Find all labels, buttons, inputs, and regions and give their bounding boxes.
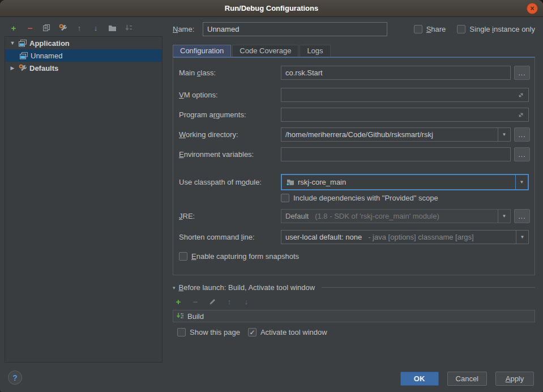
help-icon: ? xyxy=(12,373,18,382)
move-up-icon: ↑ xyxy=(228,298,232,305)
shorten-command-line-row: Shorten command line: user-local default… xyxy=(179,230,529,244)
vm-options-field[interactable] xyxy=(281,88,529,102)
checkbox-box[interactable] xyxy=(414,25,422,33)
before-launch-label: Before launch: Build, Activate tool wind… xyxy=(179,283,315,292)
cancel-button[interactable]: Cancel xyxy=(447,372,487,386)
working-directory-label: Working directory: xyxy=(179,130,281,139)
move-task-up-button[interactable]: ↑ xyxy=(225,297,234,306)
environment-variables-label: Environment variables: xyxy=(179,150,281,159)
configurations-sidebar: + − ↑ ↓ xyxy=(5,20,163,363)
configuration-editor: Name: Share Single instance only Configu… xyxy=(173,22,535,336)
working-directory-browse-button[interactable]: ... xyxy=(514,127,530,142)
apply-button[interactable]: Apply xyxy=(495,372,534,386)
checkbox-box[interactable] xyxy=(281,194,289,202)
enable-capturing-label: Enable capturing form snapshots xyxy=(191,252,299,261)
single-instance-label: Single instance only xyxy=(469,25,535,33)
copy-configuration-button[interactable] xyxy=(42,23,51,32)
dropdown-arrow-icon[interactable]: ▼ xyxy=(515,175,528,189)
application-icon xyxy=(20,52,28,59)
close-icon: × xyxy=(530,5,534,12)
browse-icon: ... xyxy=(518,69,525,77)
classpath-module-label: Use classpath of module: xyxy=(179,178,281,186)
expand-field-icon[interactable] xyxy=(518,92,524,99)
move-down-icon: ↓ xyxy=(245,298,249,305)
remove-icon: − xyxy=(28,24,33,32)
jre-browse-button[interactable]: ... xyxy=(514,209,530,223)
expand-field-icon[interactable] xyxy=(518,112,524,118)
add-icon: + xyxy=(176,297,181,306)
name-label: Name: xyxy=(173,25,203,33)
program-arguments-row: Program arguments: xyxy=(179,108,529,122)
before-launch-checkboxes: Show this page ✓ Activate tool window xyxy=(173,328,535,336)
titlebar: Run/Debug Configurations × xyxy=(0,0,543,17)
tree-item-defaults[interactable]: ▶ Defaults xyxy=(5,62,162,74)
add-task-button[interactable]: + xyxy=(174,297,183,306)
classpath-module-combo[interactable]: rskj-core_main ▼ xyxy=(281,174,529,190)
help-button[interactable]: ? xyxy=(8,370,22,385)
folder-icon xyxy=(108,24,117,32)
activate-tool-window-checkbox[interactable]: ✓ Activate tool window xyxy=(248,328,327,336)
tab-code-coverage[interactable]: Code Coverage xyxy=(232,45,298,57)
dropdown-arrow-icon[interactable]: ▼ xyxy=(498,210,510,223)
single-instance-checkbox[interactable]: Single instance only xyxy=(457,25,535,33)
browse-icon: ... xyxy=(518,212,525,220)
collapse-arrow-icon[interactable]: ▼ xyxy=(8,40,16,46)
remove-task-button[interactable]: − xyxy=(191,297,200,306)
tree-item-application[interactable]: ▼ Application xyxy=(5,37,162,49)
ok-button[interactable]: OK xyxy=(400,372,439,386)
shorten-command-line-label: Shorten command line: xyxy=(179,233,281,241)
before-launch-header[interactable]: ▾ Before launch: Build, Activate tool wi… xyxy=(173,283,535,292)
name-input[interactable] xyxy=(203,22,387,36)
dropdown-arrow-icon[interactable]: ▼ xyxy=(498,128,510,141)
create-folder-button[interactable] xyxy=(108,23,117,32)
browse-icon: ... xyxy=(518,151,525,159)
jre-combo[interactable]: Default(1.8 - SDK of 'rskj-core_main' mo… xyxy=(281,209,511,223)
checkbox-box[interactable] xyxy=(179,252,187,261)
share-checkbox[interactable]: Share xyxy=(414,25,446,33)
main-class-browse-button[interactable]: ... xyxy=(514,66,530,80)
add-configuration-button[interactable]: + xyxy=(9,23,18,32)
main-class-field[interactable]: co.rsk.Start xyxy=(281,66,511,80)
program-arguments-field[interactable] xyxy=(281,108,529,122)
main-class-row: Main class: co.rsk.Start ... xyxy=(179,66,529,80)
application-type-icon xyxy=(19,40,27,47)
sort-configurations-button[interactable] xyxy=(124,23,133,32)
wrench-icon xyxy=(59,24,67,32)
environment-variables-browse-button[interactable]: ... xyxy=(514,147,530,161)
environment-variables-field[interactable] xyxy=(281,147,511,161)
activate-tool-window-label: Activate tool window xyxy=(260,328,327,336)
tree-item-label: Application xyxy=(29,39,70,48)
tree-item-label: Unnamed xyxy=(31,52,62,60)
checkbox-box[interactable] xyxy=(457,25,465,33)
configurations-tree: ▼ Application xyxy=(5,36,163,363)
shorten-command-line-combo[interactable]: user-local default: none- java [options]… xyxy=(281,230,529,244)
tree-item-unnamed[interactable]: Unnamed xyxy=(5,49,162,62)
expand-arrow-icon[interactable]: ▶ xyxy=(8,65,16,71)
tree-item-label: Defaults xyxy=(29,64,58,73)
show-this-page-checkbox[interactable]: Show this page xyxy=(177,328,240,336)
checkbox-box[interactable] xyxy=(177,328,186,336)
move-task-down-button[interactable]: ↓ xyxy=(242,297,251,306)
jre-label: JRE: xyxy=(179,212,281,220)
working-directory-combo[interactable]: /home/meriherrera/Code/Github/rsksmart/r… xyxy=(281,127,511,142)
edit-defaults-button[interactable] xyxy=(58,23,67,32)
header-checkboxes: Share Single instance only xyxy=(414,25,535,33)
copy-icon xyxy=(42,24,50,32)
edit-task-button[interactable] xyxy=(208,297,217,306)
before-launch-toolbar: + − ↑ ↓ xyxy=(174,297,535,306)
dropdown-arrow-icon[interactable]: ▼ xyxy=(516,231,528,244)
build-icon xyxy=(176,312,185,320)
add-icon: + xyxy=(11,24,16,32)
remove-configuration-button[interactable]: − xyxy=(25,23,35,32)
move-down-button[interactable]: ↓ xyxy=(91,23,100,32)
move-up-button[interactable]: ↑ xyxy=(75,23,84,32)
enable-capturing-checkbox[interactable]: Enable capturing form snapshots xyxy=(179,252,529,261)
jre-row: JRE: Default(1.8 - SDK of 'rskj-core_mai… xyxy=(179,209,529,223)
include-dependencies-checkbox[interactable]: Include dependencies with "Provided" sco… xyxy=(281,194,529,202)
collapse-section-icon[interactable]: ▾ xyxy=(173,285,176,291)
tab-configuration[interactable]: Configuration xyxy=(173,45,231,57)
tab-logs[interactable]: Logs xyxy=(300,45,330,57)
task-item-build[interactable]: Build xyxy=(187,312,204,321)
checkbox-box-checked[interactable]: ✓ xyxy=(248,328,256,336)
close-button[interactable]: × xyxy=(527,3,538,14)
